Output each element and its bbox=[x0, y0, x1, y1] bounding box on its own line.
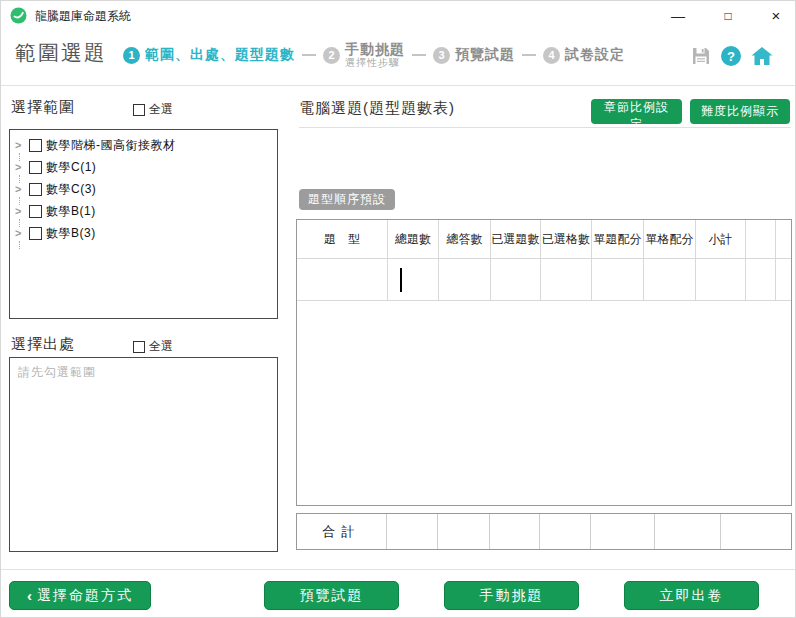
tree-item[interactable]: > 數學階梯-國高銜接教材 bbox=[10, 134, 277, 156]
chevron-right-icon[interactable]: > bbox=[15, 227, 27, 239]
table-cell-subtotal[interactable] bbox=[696, 259, 746, 301]
difficulty-ratio-button[interactable]: 難度比例顯示 bbox=[690, 99, 790, 124]
table-cell-extra[interactable] bbox=[746, 259, 776, 301]
titlebar: 龍騰題庫命題系統 — □ × bbox=[1, 1, 795, 31]
table-header-cell: 題 型 bbox=[297, 220, 388, 259]
minimize-button[interactable]: — bbox=[663, 1, 693, 31]
step-2-label: 手動挑題 bbox=[345, 41, 405, 57]
table-header-cell: 單題配分 bbox=[592, 220, 644, 259]
table-row bbox=[297, 259, 791, 301]
preview-questions-button[interactable]: 預覽試題 bbox=[264, 581, 399, 610]
table-header-cell bbox=[746, 220, 776, 259]
home-icon[interactable] bbox=[751, 46, 773, 66]
range-section-title: 選擇範圍 bbox=[11, 98, 75, 117]
table-cell-total-answers[interactable] bbox=[439, 259, 491, 301]
step-4-paper-settings[interactable]: 4 試卷設定 bbox=[543, 46, 625, 64]
question-type-table: 題 型總題數總答數已選題數已選格數單題配分單格配分小計 bbox=[296, 219, 792, 506]
close-button[interactable]: × bbox=[761, 1, 791, 31]
total-cell bbox=[540, 514, 591, 549]
total-cell bbox=[387, 514, 438, 549]
table-header-cell: 總答數 bbox=[439, 220, 491, 259]
range-select-all-label: 全選 bbox=[149, 101, 173, 118]
total-row: 合計 bbox=[296, 513, 792, 550]
source-select-all-checkbox[interactable] bbox=[133, 341, 145, 353]
tree-item-label: 數學C(3) bbox=[46, 181, 96, 198]
tree-item-checkbox[interactable] bbox=[29, 139, 42, 152]
back-to-method-button[interactable]: ‹ 選擇命題方式 bbox=[9, 581, 151, 610]
table-header-cell: 小計 bbox=[696, 220, 746, 259]
step-connector bbox=[302, 54, 316, 56]
tree-item[interactable]: > 數學C(1) bbox=[10, 156, 277, 178]
generate-paper-button[interactable]: 立即出卷 bbox=[624, 581, 759, 610]
header-icons: ? bbox=[691, 46, 773, 66]
chapter-ratio-button[interactable]: 章節比例設定 bbox=[591, 99, 682, 124]
chevron-right-icon[interactable]: > bbox=[15, 161, 27, 173]
table-cell-selected-questions[interactable] bbox=[491, 259, 541, 301]
step-1-number: 1 bbox=[123, 47, 140, 64]
footer-divider bbox=[1, 569, 795, 570]
source-select-all-label: 全選 bbox=[149, 338, 173, 355]
app-logo-icon bbox=[10, 7, 27, 24]
table-cell-points-per-blank[interactable] bbox=[644, 259, 696, 301]
chevron-right-icon[interactable]: > bbox=[15, 205, 27, 217]
tree-item-label: 數學C(1) bbox=[46, 159, 96, 176]
total-cell bbox=[490, 514, 540, 549]
tree-item[interactable]: > 數學C(3) bbox=[10, 178, 277, 200]
table-header-cell: 總題數 bbox=[388, 220, 439, 259]
maximize-button[interactable]: □ bbox=[713, 1, 743, 31]
tree-item-checkbox[interactable] bbox=[29, 227, 42, 240]
total-cell bbox=[655, 514, 721, 549]
tree-item[interactable]: > 數學B(1) bbox=[10, 200, 277, 222]
step-1-range[interactable]: 1 範圍、出處、題型題數 bbox=[123, 46, 295, 64]
table-header-cell bbox=[776, 220, 791, 259]
step-4-label: 試卷設定 bbox=[565, 46, 625, 64]
manual-pick-button[interactable]: 手動挑題 bbox=[444, 581, 579, 610]
source-placeholder-text: 請先勾選範圍 bbox=[18, 364, 96, 381]
source-select-all[interactable]: 全選 bbox=[133, 338, 173, 355]
header-divider bbox=[1, 85, 795, 86]
range-tree: > 數學階梯-國高銜接教材 > 數學C(1) > 數學C(3) > 數學B(1) bbox=[9, 129, 278, 319]
help-icon[interactable]: ? bbox=[721, 46, 741, 66]
page-title: 範圍選題 bbox=[15, 39, 107, 67]
table-cell-extra[interactable] bbox=[776, 259, 791, 301]
app-window: 龍騰題庫命題系統 — □ × 範圍選題 1 範圍、出處、題型題數 2 手動挑題 … bbox=[0, 0, 796, 618]
source-section-title: 選擇出處 bbox=[11, 335, 75, 354]
computer-selection-title: 電腦選題(題型題數表) bbox=[299, 99, 455, 118]
table-header-cell: 單格配分 bbox=[644, 220, 696, 259]
step-2-sublabel: 選擇性步驟 bbox=[345, 57, 405, 69]
tree-item[interactable]: > 數學B(3) bbox=[10, 222, 277, 244]
source-list-box: 請先勾選範圍 bbox=[9, 357, 278, 552]
chevron-right-icon[interactable]: > bbox=[15, 183, 27, 195]
table-header-cell: 已選題數 bbox=[491, 220, 541, 259]
back-button-label: 選擇命題方式 bbox=[37, 587, 133, 605]
table-cell-type[interactable] bbox=[297, 259, 388, 301]
tree-item-label: 數學B(3) bbox=[46, 225, 96, 242]
total-cell bbox=[721, 514, 791, 549]
step-4-number: 4 bbox=[543, 47, 560, 64]
range-select-all[interactable]: 全選 bbox=[133, 101, 173, 118]
tree-item-checkbox[interactable] bbox=[29, 183, 42, 196]
tree-item-checkbox[interactable] bbox=[29, 205, 42, 218]
table-cell-selected-blanks[interactable] bbox=[541, 259, 592, 301]
step-1-label: 範圍、出處、題型題數 bbox=[145, 46, 295, 64]
table-cell-points-per-question[interactable] bbox=[592, 259, 644, 301]
step-2-manual-pick[interactable]: 2 手動挑題 選擇性步驟 bbox=[323, 41, 405, 69]
chevron-right-icon[interactable]: > bbox=[15, 139, 27, 151]
step-3-number: 3 bbox=[433, 47, 450, 64]
table-header-cell: 已選格數 bbox=[541, 220, 592, 259]
save-icon[interactable] bbox=[691, 46, 711, 66]
step-connector bbox=[522, 54, 536, 56]
tree-item-label: 數學階梯-國高銜接教材 bbox=[46, 137, 176, 154]
total-label: 合計 bbox=[297, 514, 387, 549]
table-cell-total-questions[interactable] bbox=[388, 259, 439, 301]
step-3-preview[interactable]: 3 預覽試題 bbox=[433, 46, 515, 64]
range-select-all-checkbox[interactable] bbox=[133, 104, 145, 116]
total-cell bbox=[591, 514, 655, 549]
tree-item-checkbox[interactable] bbox=[29, 161, 42, 174]
step-3-label: 預覽試題 bbox=[455, 46, 515, 64]
total-cell bbox=[438, 514, 490, 549]
wizard-steps: 1 範圍、出處、題型題數 2 手動挑題 選擇性步驟 3 預覽試題 4 試卷設定 bbox=[123, 37, 625, 73]
type-order-preset-button[interactable]: 題型順序預設 bbox=[299, 189, 395, 210]
table-header-row: 題 型總題數總答數已選題數已選格數單題配分單格配分小計 bbox=[297, 220, 791, 259]
window-title: 龍騰題庫命題系統 bbox=[35, 1, 131, 31]
